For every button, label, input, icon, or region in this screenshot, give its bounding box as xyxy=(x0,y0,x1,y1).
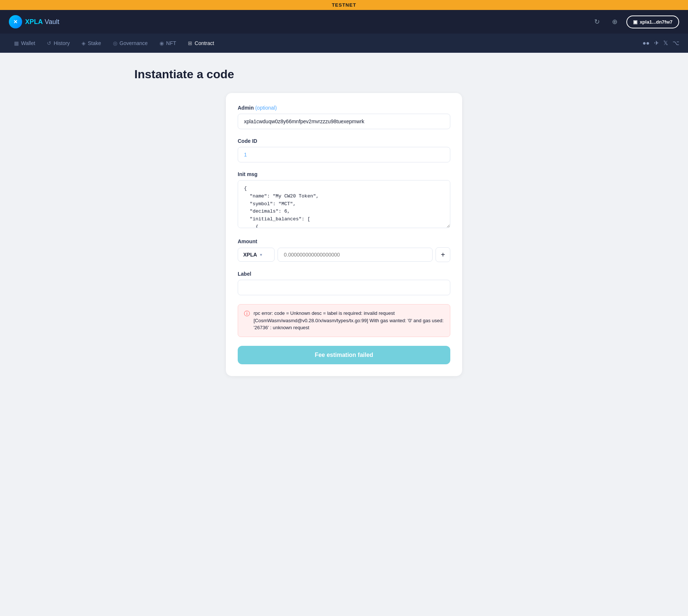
refresh-button[interactable]: ↻ xyxy=(591,16,603,28)
nav-stake-label: Stake xyxy=(88,40,101,46)
amount-label: Amount xyxy=(238,238,450,244)
history-nav-icon: ↺ xyxy=(47,40,51,46)
twitter-icon[interactable]: 𝕏 xyxy=(663,39,668,47)
nav-history-label: History xyxy=(54,40,70,46)
nav-contract-label: Contract xyxy=(195,40,214,46)
testnet-banner: TESTNET xyxy=(0,0,688,10)
nav-governance-label: Governance xyxy=(120,40,148,46)
nav-items: ▦ Wallet ↺ History ◈ Stake ◎ Governance … xyxy=(9,37,643,49)
settings-button[interactable]: ⊕ xyxy=(609,16,620,28)
wallet-address: xpla1...dn7fw7 xyxy=(640,19,672,25)
contract-nav-icon: ⊞ xyxy=(188,40,192,46)
error-box: ⓘ rpc error: code = Unknown desc = label… xyxy=(238,304,450,337)
wallet-connect-button[interactable]: ▣ xpla1...dn7fw7 xyxy=(626,16,679,28)
nav-item-contract[interactable]: ⊞ Contract xyxy=(183,37,219,49)
nav-item-governance[interactable]: ◎ Governance xyxy=(108,37,153,49)
logo-text: XPLA Vault xyxy=(25,18,59,26)
nav-item-nft[interactable]: ◉ NFT xyxy=(154,37,181,49)
error-message: rpc error: code = Unknown desc = label i… xyxy=(254,310,444,331)
label-input[interactable] xyxy=(238,280,450,295)
navigation: ▦ Wallet ↺ History ◈ Stake ◎ Governance … xyxy=(0,34,688,53)
main-content: Instantiate a code Admin (optional) Code… xyxy=(123,53,565,391)
init-msg-field-group: Init msg { "name": "My CW20 Token", "sym… xyxy=(238,171,450,230)
label-field-group: Label xyxy=(238,271,450,295)
medium-icon[interactable]: ●● xyxy=(643,40,650,47)
label-label: Label xyxy=(238,271,450,277)
admin-field-group: Admin (optional) xyxy=(238,105,450,129)
chevron-down-icon: ▼ xyxy=(259,253,263,257)
logo-icon: ✕ xyxy=(9,15,22,28)
nav-item-stake[interactable]: ◈ Stake xyxy=(76,37,106,49)
nav-social: ●● ✈ 𝕏 ⌥ xyxy=(643,39,679,47)
admin-label: Admin (optional) xyxy=(238,105,450,111)
submit-button[interactable]: Fee estimation failed xyxy=(238,346,450,364)
admin-input[interactable] xyxy=(238,114,450,129)
code-id-input[interactable] xyxy=(238,147,450,162)
init-msg-label: Init msg xyxy=(238,171,450,177)
banner-text: TESTNET xyxy=(332,2,356,8)
page-title: Instantiate a code xyxy=(134,68,554,81)
nav-wallet-label: Wallet xyxy=(21,40,35,46)
instantiate-form-card: Admin (optional) Code ID Init msg { "nam… xyxy=(226,93,462,376)
currency-select[interactable]: XPLA ▼ xyxy=(238,248,275,262)
nft-nav-icon: ◉ xyxy=(159,40,164,46)
nav-item-history[interactable]: ↺ History xyxy=(42,37,75,49)
governance-nav-icon: ◎ xyxy=(113,40,117,46)
error-icon: ⓘ xyxy=(244,310,250,318)
add-amount-button[interactable]: + xyxy=(436,247,450,262)
amount-input[interactable] xyxy=(278,248,433,262)
logo-area: ✕ XPLA Vault xyxy=(9,15,59,28)
github-icon[interactable]: ⌥ xyxy=(672,39,679,47)
amount-field-group: Amount XPLA ▼ + xyxy=(238,238,450,262)
code-id-field-group: Code ID xyxy=(238,138,450,162)
currency-selected: XPLA xyxy=(243,252,257,258)
wallet-nav-icon: ▦ xyxy=(14,40,19,46)
init-msg-textarea[interactable]: { "name": "My CW20 Token", "symbol": "MC… xyxy=(238,180,450,228)
stake-nav-icon: ◈ xyxy=(82,40,86,46)
header: ✕ XPLA Vault ↻ ⊕ ▣ xpla1...dn7fw7 xyxy=(0,10,688,34)
header-right: ↻ ⊕ ▣ xpla1...dn7fw7 xyxy=(591,16,679,28)
code-id-label: Code ID xyxy=(238,138,450,144)
telegram-icon[interactable]: ✈ xyxy=(654,39,659,47)
nav-nft-label: NFT xyxy=(166,40,176,46)
nav-item-wallet[interactable]: ▦ Wallet xyxy=(9,37,40,49)
amount-row: XPLA ▼ + xyxy=(238,247,450,262)
wallet-icon: ▣ xyxy=(633,19,637,25)
